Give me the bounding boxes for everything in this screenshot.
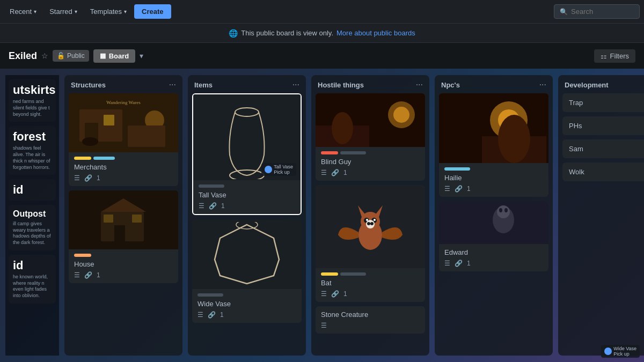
sidebar-title-outpost: Outpost: [13, 209, 52, 219]
svg-text:Wandering Wares: Wandering Wares: [106, 100, 141, 105]
board-view-tab[interactable]: ▦ Board: [93, 49, 136, 63]
column-cards-structures: Wandering Wares Merchants ☰ 🔗: [64, 93, 182, 356]
filters-button[interactable]: ⚏ Filters: [594, 49, 635, 63]
house-labels: [74, 254, 173, 257]
svg-rect-11: [114, 225, 125, 241]
blind-guy-labels: [321, 151, 420, 154]
stone-creature-card-body: Stone Creature ☰: [316, 306, 425, 334]
description-icon-hailie: ☰: [444, 185, 450, 193]
wide-vase-footer: ☰ 🔗 1: [197, 311, 296, 319]
svg-point-33: [370, 222, 374, 225]
phs-title: PHs: [569, 122, 582, 130]
search-icon: 🔍: [560, 8, 568, 16]
column-menu-npcs[interactable]: ···: [539, 80, 546, 89]
card-wide-vase[interactable]: Wide VasePick up Wide Vase ☰ 🔗 1: [192, 219, 302, 323]
svg-point-15: [230, 170, 264, 179]
column-cards-items: Tall VasePick up Tall Vase ☰ 🔗 1: [188, 93, 306, 356]
svg-rect-13: [132, 215, 142, 223]
svg-point-43: [504, 208, 508, 212]
wide-vase-labels: [197, 293, 296, 297]
label-red-blindguy: [321, 151, 338, 154]
bat-count: 1: [343, 290, 347, 298]
create-button[interactable]: Create: [134, 4, 171, 19]
starred-label: Starred: [49, 8, 72, 16]
sidebar-title-outskirts: utskirts: [13, 84, 52, 97]
column-npcs: Npc's ···: [435, 75, 553, 356]
bat-footer: ☰ 🔗 1: [321, 290, 420, 298]
card-bat[interactable]: Bat ☰ 🔗 1: [316, 185, 425, 302]
card-blind-guy[interactable]: Blind Guy ☰ 🔗 1: [316, 93, 425, 181]
card-stone-creature[interactable]: Stone Creature ☰: [316, 306, 425, 334]
bat-labels: [321, 272, 420, 276]
attachment-icon: 🔗: [84, 174, 92, 182]
sidebar-text-outpost: ill camp gives weary travelers a hadows …: [13, 221, 52, 246]
column-cards-development: Trap PHs Sam Wolk: [558, 93, 644, 356]
house-title: House: [74, 260, 173, 268]
filter-icon: ⚏: [601, 52, 607, 60]
label-gray-tallvase: [199, 184, 224, 188]
column-menu-hostile[interactable]: ···: [416, 80, 423, 89]
card-trap[interactable]: Trap: [562, 93, 644, 112]
house-footer: ☰ 🔗 1: [74, 271, 173, 279]
description-icon-edward: ☰: [444, 260, 450, 267]
column-menu-structures[interactable]: ···: [169, 80, 176, 89]
attachment-icon-bat: 🔗: [331, 290, 339, 298]
card-sam[interactable]: Sam: [562, 139, 644, 158]
edward-image: [439, 201, 548, 244]
svg-rect-12: [104, 215, 113, 223]
card-edward[interactable]: Edward ☰ 🔗 1: [439, 201, 548, 271]
attachment-icon-blindguy: 🔗: [331, 169, 339, 176]
card-wolk[interactable]: Wolk: [562, 162, 644, 181]
tall-vase-avatar: [265, 166, 272, 173]
sidebar-card-forest: forest shadows feel alive. The air is th…: [9, 126, 56, 175]
wide-vase-svg: [209, 222, 284, 286]
starred-chevron-icon: ▾: [75, 9, 77, 14]
more-views-icon[interactable]: ▾: [140, 51, 143, 60]
hailie-card-body: Hailie ☰ 🔗 1: [439, 163, 548, 197]
description-icon: ☰: [74, 174, 80, 182]
board-view-label: Board: [109, 52, 129, 60]
column-header-structures: Structures ···: [64, 75, 182, 93]
label-cyan-hailie: [444, 167, 470, 171]
svg-point-14: [235, 108, 259, 116]
templates-chevron-icon: ▾: [124, 9, 127, 14]
column-cards-hostile: Blind Guy ☰ 🔗 1: [311, 93, 429, 356]
top-navigation: Recent ▾ Starred ▾ Templates ▾ Create 🔍: [0, 0, 644, 24]
banner-link[interactable]: More about public boards: [336, 29, 415, 37]
tall-vase-card-body: Tall Vase ☰ 🔗 1: [193, 180, 301, 214]
card-tall-vase[interactable]: Tall VasePick up Tall Vase ☰ 🔗 1: [192, 93, 302, 215]
column-items: Items ··· Tall VasePick up: [188, 75, 306, 356]
recent-button[interactable]: Recent ▾: [4, 4, 42, 19]
sidebar-text-id2: he known world, where reality n even lig…: [13, 274, 52, 299]
card-hailie[interactable]: Hailie ☰ 🔗 1: [439, 93, 548, 197]
sidebar-title-id1: id: [13, 183, 52, 196]
attachment-icon-edward: 🔗: [455, 260, 463, 267]
templates-button[interactable]: Templates ▾: [85, 4, 132, 19]
left-sidebar-partial: utskirts ned farms and silent fields giv…: [5, 75, 59, 356]
column-menu-items[interactable]: ···: [292, 80, 299, 89]
tall-vase-inner-label: Tall VasePick up: [261, 163, 296, 176]
star-icon[interactable]: ☆: [41, 51, 48, 60]
column-hostile-things: Hostile things ···: [311, 75, 429, 356]
card-merchants[interactable]: Wandering Wares Merchants ☰ 🔗: [69, 93, 178, 186]
search-bar[interactable]: 🔍: [554, 4, 640, 19]
wolk-title: Wolk: [569, 168, 584, 176]
search-input[interactable]: [571, 8, 634, 16]
tall-vase-footer: ☰ 🔗 1: [199, 202, 295, 210]
attachment-icon-widevase: 🔗: [208, 311, 216, 319]
description-icon-stone: ☰: [321, 322, 327, 329]
svg-point-38: [498, 115, 530, 163]
card-phs[interactable]: PHs: [562, 116, 644, 135]
label-orange: [74, 254, 91, 257]
starred-button[interactable]: Starred ▾: [44, 4, 83, 19]
blind-guy-image: [316, 93, 425, 147]
visibility-badge[interactable]: 🔓 Public: [53, 50, 89, 62]
bat-card-body: Bat ☰ 🔗 1: [316, 268, 425, 302]
svg-rect-5: [128, 125, 165, 147]
card-house[interactable]: House ☰ 🔗 1: [69, 190, 178, 283]
columns-wrapper: utskirts ned farms and silent fields giv…: [0, 69, 644, 362]
sidebar-title-forest: forest: [13, 130, 52, 143]
wide-vase-card-body: Wide Vase ☰ 🔗 1: [192, 289, 302, 323]
column-title-development: Development: [565, 81, 609, 89]
banner-text: This public board is view only.: [241, 29, 333, 37]
